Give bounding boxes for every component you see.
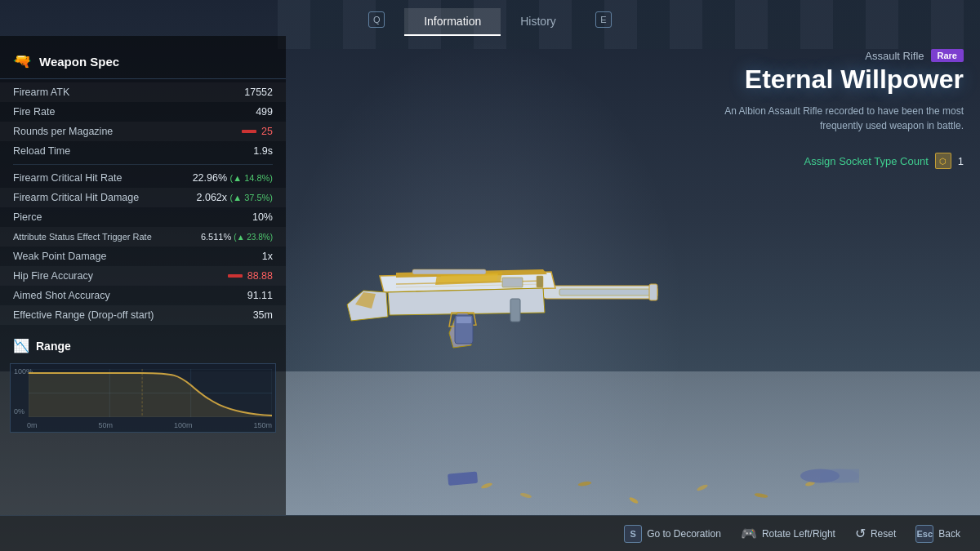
range-curve-svg (29, 369, 272, 417)
weapon-spec-icon: 🔫 (13, 52, 31, 70)
stat-name-7: Attribute Status Effect Trigger Rate (13, 232, 201, 242)
stat-value-1: 499 (256, 106, 273, 118)
stat-name-6: Pierce (13, 211, 252, 223)
stat-row: Weak Point Damage 1x (0, 247, 286, 266)
rotate-icon: 🎮 (741, 526, 757, 541)
rarity-badge: Rare (931, 49, 964, 62)
stat-value-11: 35m (253, 309, 273, 321)
stat-row: Pierce 10% (0, 207, 286, 227)
svg-rect-10 (649, 284, 657, 300)
stat-value-8: 1x (262, 251, 273, 262)
svg-rect-18 (502, 278, 523, 287)
decoration-action[interactable]: S Go to Decoration (624, 525, 721, 543)
information-tab-label: Information (424, 15, 481, 28)
socket-gem-icon: ⬡ (939, 157, 947, 166)
stat-name-9: Hip Fire Accuracy (13, 270, 228, 282)
socket-count: 1 (958, 155, 964, 167)
reset-action[interactable]: ↺ Reset (855, 526, 896, 541)
weapon-name: Eternal Willpower (702, 65, 964, 94)
range-x-3: 150m (253, 421, 272, 429)
back-action[interactable]: Esc Back (915, 525, 960, 543)
range-x-0: 0m (27, 421, 38, 429)
tab-e[interactable]: E (576, 5, 631, 36)
stat-row: Aimed Shot Accuracy 91.11 (0, 286, 286, 305)
svg-rect-9 (559, 289, 657, 295)
stat-row: Fire Rate 499 (0, 102, 286, 122)
stat-name-1: Fire Rate (13, 106, 256, 118)
rounds-bar-container: 25 (242, 126, 273, 137)
stat-divider-1 (13, 164, 273, 165)
left-panel: 🔫 Weapon Spec Firearm ATK 17552 Fire Rat… (0, 36, 286, 515)
stat-row: Firearm Critical Hit Rate 22.96% (▲ 14.8… (0, 168, 286, 188)
decoration-label: Go to Decoration (647, 528, 721, 540)
tab-information[interactable]: Information (404, 8, 501, 36)
rounds-mini-bar (242, 130, 256, 133)
q-key: Q (368, 11, 385, 28)
decoration-key: S (624, 525, 642, 543)
range-header: 📉 Range (0, 331, 286, 360)
stat-row: Rounds per Magazine 25 (0, 122, 286, 141)
range-title: Range (36, 340, 71, 353)
hip-fire-bar-container: 88.88 (228, 270, 273, 282)
range-icon: 📉 (13, 338, 29, 353)
stat-value-7: 6.511% (▲ 23.8%) (201, 232, 273, 242)
weapon-spec-header: 🔫 Weapon Spec (0, 46, 286, 79)
range-x-labels: 0m 50m 100m 150m (27, 421, 272, 429)
stat-name-0: Firearm ATK (13, 87, 244, 98)
stat-value-3: 1.9s (253, 145, 273, 157)
stat-value-2: 25 (261, 126, 273, 137)
tabs-bar: Q Information History E (0, 0, 980, 36)
weapon-type-text: Assault Rifle (865, 50, 924, 62)
socket-icon: ⬡ (935, 153, 951, 169)
stat-value-5: 2.062x (▲ 37.5%) (197, 192, 273, 203)
stat-name-5: Firearm Critical Hit Damage (13, 192, 197, 203)
reset-icon: ↺ (855, 526, 866, 541)
socket-assign[interactable]: Assign Socket Type Count ⬡ 1 (702, 153, 964, 169)
range-chart: 100% 0% 0m 50m 100m 150m (10, 363, 276, 433)
hip-fire-mini-bar (228, 274, 243, 278)
stat-name-4: Firearm Critical Hit Rate (13, 172, 193, 184)
stat-row: Hip Fire Accuracy 88.88 (0, 266, 286, 286)
svg-rect-13 (412, 269, 486, 274)
stat-row: Effective Range (Drop-off start) 35m (0, 305, 286, 325)
bottom-bar: S Go to Decoration 🎮 Rotate Left/Right ↺… (0, 515, 980, 551)
back-label: Back (938, 528, 960, 540)
stat-value-9: 88.88 (247, 270, 273, 282)
stat-name-2: Rounds per Magazine (13, 126, 242, 137)
e-key: E (595, 11, 612, 28)
history-tab-label: History (520, 15, 556, 28)
stat-value-0: 17552 (244, 87, 273, 98)
back-key: Esc (915, 525, 933, 543)
svg-rect-17 (537, 276, 543, 287)
stat-value-6: 10% (252, 211, 273, 223)
stat-value-4: 22.96% (▲ 14.8%) (193, 172, 273, 184)
tab-history[interactable]: History (501, 8, 576, 36)
weapon-type-line: Assault Rifle Rare (702, 49, 964, 62)
stat-name-11: Effective Range (Drop-off start) (13, 309, 253, 321)
range-x-1: 50m (98, 421, 113, 429)
weapon-display (286, 36, 686, 515)
stat-name-10: Aimed Shot Accuracy (13, 290, 247, 301)
stat-row: Reload Time 1.9s (0, 141, 286, 161)
right-panel: Assault Rifle Rare Eternal Willpower An … (686, 36, 980, 182)
stat-row: Firearm ATK 17552 (0, 82, 286, 102)
stat-row: Firearm Critical Hit Damage 2.062x (▲ 37… (0, 188, 286, 207)
stat-row: Attribute Status Effect Trigger Rate 6.5… (0, 227, 286, 247)
tab-q[interactable]: Q (349, 5, 404, 36)
stat-value-10: 91.11 (247, 290, 273, 301)
weapon-spec-title: Weapon Spec (39, 55, 119, 69)
svg-rect-14 (510, 299, 520, 322)
reset-label: Reset (871, 528, 896, 540)
socket-assign-text[interactable]: Assign Socket Type Count (804, 155, 929, 167)
stat-name-3: Reload Time (13, 145, 253, 157)
weapon-description: An Albion Assault Rifle recorded to have… (702, 104, 964, 133)
stat-name-8: Weak Point Damage (13, 251, 262, 262)
range-x-2: 100m (174, 421, 193, 429)
rotate-label: Rotate Left/Right (762, 528, 835, 540)
svg-rect-12 (457, 317, 471, 323)
weapon-svg (290, 194, 682, 358)
range-section: 📉 Range 100% 0% 0m 50m 100m 150m (0, 331, 286, 442)
rotate-action[interactable]: 🎮 Rotate Left/Right (741, 526, 835, 541)
